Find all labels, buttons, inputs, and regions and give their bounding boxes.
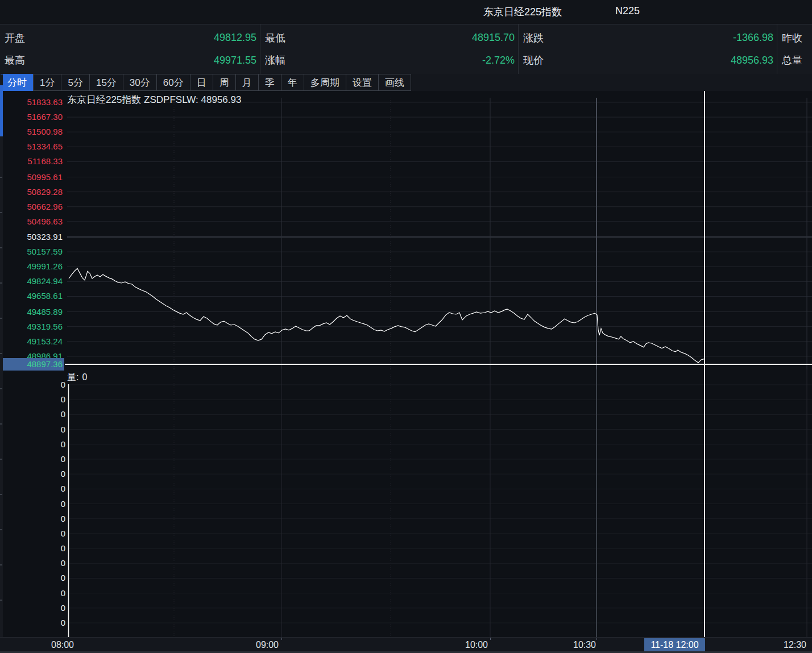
tab-月[interactable]: 月 (235, 74, 259, 91)
stat-value: -1366.98 (733, 32, 773, 44)
volume-axis-label: 0 (0, 439, 65, 450)
scrollbar-tick (0, 212, 2, 213)
stat-row: 涨跌-1366.98 (519, 28, 777, 48)
tab-分时[interactable]: 分时 (1, 74, 34, 91)
crosshair-time-label: 11-18 12:00 (644, 638, 705, 651)
volume-axis-label: 0 (0, 394, 65, 405)
tab-画线[interactable]: 画线 (378, 74, 411, 91)
tab-设置[interactable]: 设置 (346, 74, 379, 91)
volume-axis-label: 0 (0, 380, 65, 390)
price-axis-label: 50662.96 (0, 201, 63, 213)
chart-area[interactable]: 51833.6351667.3051500.9851334.6551168.33… (0, 91, 812, 637)
title-bar: 东京日经225指数 N225 (0, 0, 812, 24)
scrollbar-tick (0, 494, 2, 495)
volume-axis-label: 0 (0, 425, 65, 435)
stat-row: 现价48956.93 (519, 50, 777, 70)
price-axis-label: 51833.63 (0, 97, 63, 108)
time-axis-tick (281, 638, 282, 640)
stat-value: 48956.93 (731, 55, 773, 66)
tab-30分[interactable]: 30分 (123, 74, 157, 91)
crosshair-time-value: 11-18 12:00 (651, 640, 698, 650)
left-scrollbar-thumb[interactable] (0, 85, 3, 136)
stat-label: 涨幅 (265, 53, 285, 67)
crosshair-price-label: 48897.36 (0, 358, 64, 371)
price-axis-label: 50157.59 (0, 246, 63, 257)
stat-column: 开盘49812.95最高49971.55 (0, 24, 260, 74)
volume-axis-label: 0 (0, 558, 65, 568)
volume-axis-label: 0 (0, 543, 65, 554)
time-axis-label: 10:30 (573, 640, 596, 650)
price-axis-label: 50496.63 (0, 216, 63, 227)
price-axis-label: 49991.26 (0, 261, 63, 272)
tab-多周期[interactable]: 多周期 (304, 74, 346, 91)
scrollbar-tick (0, 318, 2, 319)
tab-15分[interactable]: 15分 (89, 74, 123, 91)
stat-value: -2.72% (482, 55, 515, 66)
volume-axis-label: 0 (0, 469, 65, 479)
tab-5分[interactable]: 5分 (61, 74, 89, 91)
chart-legend: 东京日经225指数 ZSDPFSLW: 48956.93 (67, 93, 241, 106)
volume-legend: 量:0 (67, 372, 87, 384)
tab-日[interactable]: 日 (190, 74, 213, 91)
time-axis: 11-18 12:00 08:0009:0010:0010:3012:30 (0, 637, 812, 653)
scrollbar-tick (0, 353, 2, 354)
tab-周[interactable]: 周 (213, 74, 236, 91)
stat-row: 昨收 (777, 28, 812, 48)
stat-row: 涨幅-2.72% (260, 50, 518, 70)
scrollbar-tick (0, 459, 2, 460)
stat-value: 48915.70 (472, 32, 515, 44)
price-axis-label: 50829.28 (0, 186, 63, 198)
stat-label: 现价 (523, 53, 544, 67)
tab-年[interactable]: 年 (281, 74, 304, 91)
volume-axis-label: 0 (0, 499, 65, 509)
stat-label: 总量 (782, 53, 802, 67)
stat-value: 49971.55 (214, 55, 256, 66)
scrollbar-tick (0, 247, 2, 248)
scrollbar-tick (0, 282, 2, 284)
stat-label: 开盘 (5, 31, 25, 45)
stat-row: 总量 (777, 50, 812, 70)
volume-axis-label: 0 (0, 618, 65, 628)
period-tabbar: 分时1分5分15分30分60分日周月季年多周期设置画线 (1, 74, 812, 91)
quote-stats-panel: 开盘49812.95最高49971.55最低48915.70涨幅-2.72%涨跌… (0, 24, 812, 74)
price-axis-label: 51168.33 (0, 156, 63, 167)
volume-axis-label: 0 (0, 529, 65, 539)
volume-axis-label: 0 (0, 573, 65, 583)
stat-column: 涨跌-1366.98现价48956.93 (518, 24, 777, 74)
price-axis-label: 49485.89 (0, 306, 63, 318)
tab-1分[interactable]: 1分 (33, 74, 61, 91)
legend-label: 东京日经225指数 ZSDPFSLW: (67, 94, 198, 105)
price-axis-label: 49319.56 (0, 321, 63, 332)
time-axis-label: 09:00 (256, 640, 279, 650)
page-title: 东京日经225指数 (483, 5, 562, 19)
stat-value: 49812.95 (214, 32, 256, 44)
volume-axis-label: 0 (0, 588, 65, 598)
tab-60分[interactable]: 60分 (156, 74, 190, 91)
left-scrollbar-track[interactable] (0, 74, 3, 637)
volume-legend-label: 量: (67, 372, 78, 382)
scrollbar-tick (0, 564, 2, 565)
legend-value: 48956.93 (201, 94, 242, 105)
stat-label: 昨收 (782, 31, 802, 45)
price-pane[interactable] (0, 91, 812, 369)
price-axis-label: 50323.91 (0, 231, 63, 243)
scrollbar-tick (0, 177, 2, 178)
scrollbar-tick (0, 529, 2, 530)
stat-row: 最高49971.55 (0, 50, 260, 70)
volume-axis-label: 0 (0, 454, 65, 464)
crosshair-horizontal-line (65, 364, 812, 365)
time-axis-tick (596, 638, 597, 640)
tab-季[interactable]: 季 (258, 74, 281, 91)
crosshair-price-value: 48897.36 (27, 359, 63, 369)
stat-row: 最低48915.70 (260, 28, 518, 48)
stat-row: 开盘49812.95 (0, 28, 260, 48)
stat-label: 最低 (265, 31, 285, 45)
price-axis-label: 51334.65 (0, 141, 63, 152)
volume-axis-label: 0 (0, 514, 65, 524)
stat-column: 最低48915.70涨幅-2.72% (260, 24, 518, 74)
trading-app-window: 东京日经225指数 N225 开盘49812.95最高49971.55最低489… (0, 0, 812, 653)
stat-column: 昨收总量 (777, 24, 812, 74)
scrollbar-tick (0, 423, 2, 425)
volume-pane[interactable] (0, 369, 812, 637)
symbol-code: N225 (615, 5, 640, 17)
